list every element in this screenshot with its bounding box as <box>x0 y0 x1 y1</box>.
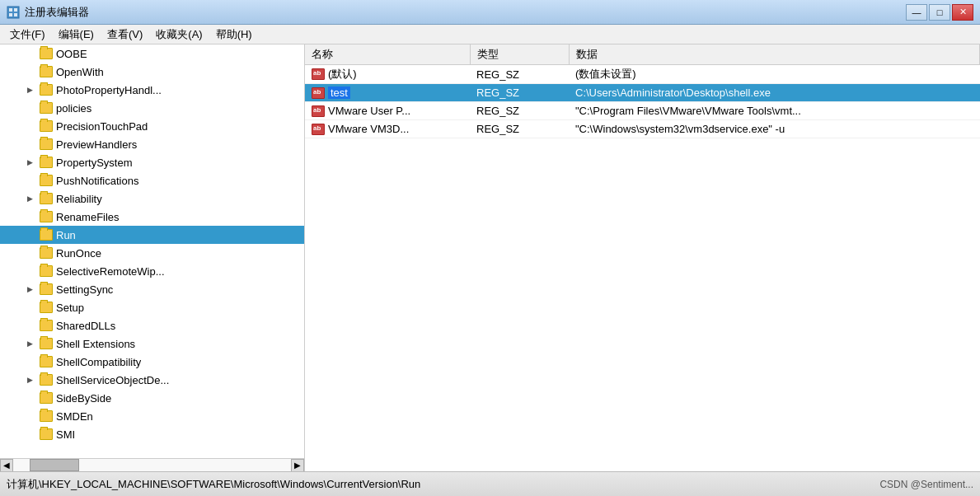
tree-label-setup: Setup <box>56 302 84 314</box>
tree-item-shellserviceobjectde[interactable]: ▶ ShellServiceObjectDe... <box>0 371 304 389</box>
maximize-button[interactable]: □ <box>929 4 950 21</box>
expand-icon-reliability: ▶ <box>23 192 36 205</box>
folder-icon-selectiveremotewip <box>40 265 53 277</box>
folder-icon-runonce <box>40 247 53 259</box>
tree-item-setup[interactable]: Setup <box>0 298 304 316</box>
tree-item-settingsync[interactable]: ▶ SettingSync <box>0 280 304 298</box>
col-header-data: 数据 <box>569 44 980 65</box>
expand-icon-openwith <box>23 65 36 78</box>
row-type-default: REG_SZ <box>470 65 569 84</box>
expand-icon-setup <box>23 301 36 314</box>
folder-icon-photoproperty <box>40 84 53 96</box>
folder-icon-shellcompatibility <box>40 356 53 367</box>
h-scroll-right-btn[interactable]: ▶ <box>291 459 304 472</box>
menu-favorites[interactable]: 收藏夹(A) <box>149 26 209 44</box>
tree-label-policies: policies <box>56 102 91 115</box>
tree-label-smden: SMDEn <box>56 410 93 423</box>
tree-pane: OOBE OpenWith ▶ PhotoPropertyHandl... po… <box>0 44 305 471</box>
expand-icon-sidebyside <box>23 391 36 405</box>
tree-item-smden[interactable]: SMDEn <box>0 407 304 425</box>
close-button[interactable]: ✕ <box>952 4 973 21</box>
status-bar: 计算机\HKEY_LOCAL_MACHINE\SOFTWARE\Microsof… <box>0 471 980 496</box>
status-path: 计算机\HKEY_LOCAL_MACHINE\SOFTWARE\Microsof… <box>7 477 420 492</box>
expand-icon-propertysystem: ▶ <box>23 156 36 169</box>
tree-scroll[interactable]: OOBE OpenWith ▶ PhotoPropertyHandl... po… <box>0 44 304 458</box>
h-scroll-track[interactable] <box>13 459 291 471</box>
minimize-button[interactable]: — <box>906 4 927 21</box>
tree-item-oobe[interactable]: OOBE <box>0 44 304 63</box>
tree-item-selectiveremotewip[interactable]: SelectiveRemoteWip... <box>0 262 304 280</box>
tree-item-shellextensions[interactable]: ▶ Shell Extensions <box>0 335 304 353</box>
folder-icon-oobe <box>40 48 53 59</box>
col-header-name: 名称 <box>305 44 470 65</box>
expand-icon-shareddlls <box>23 319 36 332</box>
folder-icon-shareddlls <box>40 320 53 331</box>
row-type-vmwarevm3d: REG_SZ <box>470 120 569 138</box>
svg-rect-2 <box>14 8 17 12</box>
tree-item-shareddlls[interactable]: SharedDLLs <box>0 316 304 335</box>
folder-icon-renamefiles <box>40 211 53 222</box>
table-row[interactable]: VMware User P... REG_SZ "C:\Program File… <box>305 102 980 120</box>
tree-item-precisiontouchpad[interactable]: PrecisionTouchPad <box>0 117 304 135</box>
app-icon <box>7 6 20 19</box>
tree-item-sidebyside[interactable]: SideBySide <box>0 389 304 407</box>
folder-icon-shellextensions <box>40 338 53 349</box>
expand-icon-settingsync: ▶ <box>23 283 36 296</box>
col-header-type: 类型 <box>470 44 569 65</box>
tree-item-openwith[interactable]: OpenWith <box>0 63 304 81</box>
tree-item-run[interactable]: Run <box>0 226 304 244</box>
tree-item-runonce[interactable]: RunOnce <box>0 244 304 262</box>
tree-item-propertysystem[interactable]: ▶ PropertySystem <box>0 153 304 171</box>
right-pane: 名称 类型 数据 (默认) REG_SZ (数 <box>305 44 980 471</box>
expand-icon-run <box>23 228 36 241</box>
folder-icon-openwith <box>40 66 53 77</box>
row-data-test: C:\Users\Administrator\Desktop\shell.exe <box>569 84 980 102</box>
tree-label-reliability: Reliability <box>56 193 102 205</box>
tree-label-shareddlls: SharedDLLs <box>56 320 115 332</box>
h-scroll-left-btn[interactable]: ◀ <box>0 459 13 472</box>
window-title: 注册表编辑器 <box>25 5 89 20</box>
menu-file[interactable]: 文件(F) <box>3 26 52 44</box>
expand-icon-renamefiles <box>23 210 36 223</box>
registry-table[interactable]: 名称 类型 数据 (默认) REG_SZ (数 <box>305 44 980 471</box>
tree-item-shellcompatibility[interactable]: ShellCompatibility <box>0 353 304 371</box>
table-row[interactable]: (默认) REG_SZ (数值未设置) <box>305 65 980 84</box>
expand-icon-shellserviceobjectde: ▶ <box>23 373 36 386</box>
menu-edit[interactable]: 编辑(E) <box>52 26 101 44</box>
tree-label-runonce: RunOnce <box>56 247 101 260</box>
tree-item-renamefiles[interactable]: RenameFiles <box>0 208 304 226</box>
tree-item-reliability[interactable]: ▶ Reliability <box>0 190 304 208</box>
row-name-vmwareuser: VMware User P... <box>305 102 470 120</box>
menu-view[interactable]: 查看(V) <box>101 26 149 44</box>
tree-label-smi: SMI <box>56 428 75 441</box>
tree-label-selectiveremotewip: SelectiveRemoteWip... <box>56 265 165 278</box>
folder-icon-policies <box>40 102 53 114</box>
folder-icon-setup <box>40 302 53 313</box>
window-controls: — □ ✕ <box>906 4 973 21</box>
row-name-test: test <box>305 84 470 102</box>
tree-label-pushnotifications: PushNotifications <box>56 175 138 187</box>
tree-label-settingsync: SettingSync <box>56 283 113 296</box>
tree-item-previewhandlers[interactable]: PreviewHandlers <box>0 135 304 153</box>
tree-item-smi[interactable]: SMI <box>0 425 304 443</box>
tree-item-pushnotifications[interactable]: PushNotifications <box>0 171 304 190</box>
expand-icon-policies <box>23 101 36 115</box>
tree-label-shellextensions: Shell Extensions <box>56 338 135 350</box>
tree-label-openwith: OpenWith <box>56 66 104 78</box>
tree-item-photoproperty[interactable]: ▶ PhotoPropertyHandl... <box>0 81 304 99</box>
tree-label-shellserviceobjectde: ShellServiceObjectDe... <box>56 374 169 386</box>
folder-icon-settingsync <box>40 283 53 295</box>
table-row[interactable]: test REG_SZ C:\Users\Administrator\Deskt… <box>305 84 980 102</box>
folder-icon-pushnotifications <box>40 175 53 186</box>
svg-rect-1 <box>9 8 12 12</box>
table-row[interactable]: VMware VM3D... REG_SZ "C:\Windows\system… <box>305 120 980 138</box>
tree-h-scrollbar[interactable]: ◀ ▶ <box>0 458 304 471</box>
row-name-vmwarevm3d: VMware VM3D... <box>305 120 470 138</box>
tree-item-policies[interactable]: policies <box>0 99 304 117</box>
folder-icon-shellserviceobjectde <box>40 374 53 386</box>
menu-help[interactable]: 帮助(H) <box>209 26 259 44</box>
expand-icon-shellcompatibility <box>23 355 36 368</box>
reg-value-icon <box>312 68 325 80</box>
row-data-vmwareuser: "C:\Program Files\VMware\VMware Tools\vm… <box>569 102 980 120</box>
tree-label-photoproperty: PhotoPropertyHandl... <box>56 84 162 96</box>
